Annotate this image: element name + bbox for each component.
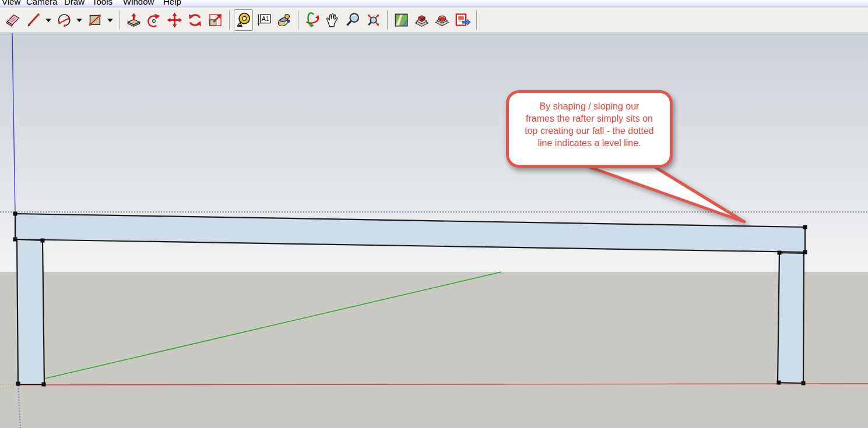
follow-me-button[interactable] [145, 9, 164, 31]
toggle-terrain-icon [414, 12, 430, 28]
photo-textures-icon [434, 12, 450, 28]
left-post[interactable] [17, 239, 44, 384]
toolbar-separator [476, 10, 477, 30]
orbit-icon [304, 12, 320, 28]
rectangle-dropdown-arrow-icon[interactable] [106, 9, 114, 31]
zoom-icon [345, 12, 361, 28]
tape-measure-icon [236, 12, 251, 28]
menu-window[interactable]: Window [123, 0, 154, 6]
line-dropdown-arrow-icon[interactable] [44, 9, 52, 31]
menu-tools[interactable]: Tools [92, 0, 113, 6]
menu-bar: ViewCameraDrawToolsWindowHelp [0, 0, 868, 8]
photo-textures-button[interactable] [433, 9, 452, 31]
toolbar-separator [387, 10, 388, 30]
move-button[interactable] [165, 9, 184, 31]
menu-draw[interactable]: Draw [64, 0, 85, 6]
paint-bucket-button[interactable] [275, 9, 294, 31]
toolbar-separator [298, 10, 298, 30]
arc-dropdown-arrow-icon[interactable] [75, 9, 83, 31]
viewport-canvas[interactable] [0, 33, 868, 428]
callout-bubble: By shaping / sloping our frames the raft… [506, 90, 673, 168]
rectangle-button[interactable] [86, 9, 105, 31]
scale-icon [208, 12, 223, 28]
rotate-button[interactable] [185, 9, 205, 31]
tape-measure-button[interactable] [234, 9, 253, 31]
callout-text: By shaping / sloping our frames the raft… [525, 101, 653, 148]
orbit-button[interactable] [303, 9, 322, 31]
arc-button[interactable] [55, 9, 74, 31]
toolbar: A1 [0, 8, 868, 33]
push-pull-button[interactable] [124, 9, 143, 31]
menu-help[interactable]: Help [163, 0, 181, 6]
share-model-button[interactable] [453, 9, 472, 31]
toolbar-separator [229, 10, 230, 30]
zoom-extents-icon [366, 12, 381, 28]
menu-view[interactable]: View [2, 0, 20, 6]
pan-icon [325, 12, 340, 28]
share-model-icon [455, 12, 470, 28]
rectangle-icon [87, 12, 103, 28]
dimension-icon: A1 [256, 12, 272, 28]
move-icon [167, 12, 182, 28]
eraser-icon [5, 12, 21, 28]
add-location-icon [393, 12, 409, 28]
line-icon [26, 12, 41, 28]
toggle-terrain-button[interactable] [412, 9, 431, 31]
right-post[interactable] [778, 253, 804, 383]
rotate-icon [187, 12, 203, 28]
ground-plane [0, 272, 868, 428]
paint-bucket-icon [276, 12, 292, 28]
follow-me-icon [146, 12, 162, 28]
scale-button[interactable] [206, 9, 225, 31]
push-pull-icon [126, 12, 142, 28]
toolbar-separator [120, 10, 120, 30]
menu-camera[interactable]: Camera [26, 0, 57, 6]
add-location-button[interactable] [392, 9, 411, 31]
eraser-button[interactable] [3, 9, 23, 31]
dimension-button[interactable]: A1 [254, 9, 273, 31]
pan-button[interactable] [323, 9, 342, 31]
zoom-button[interactable] [343, 9, 363, 31]
zoom-extents-button[interactable] [364, 9, 383, 31]
arc-icon [57, 12, 72, 28]
line-button[interactable] [24, 9, 43, 31]
svg-text:A1: A1 [262, 15, 269, 22]
